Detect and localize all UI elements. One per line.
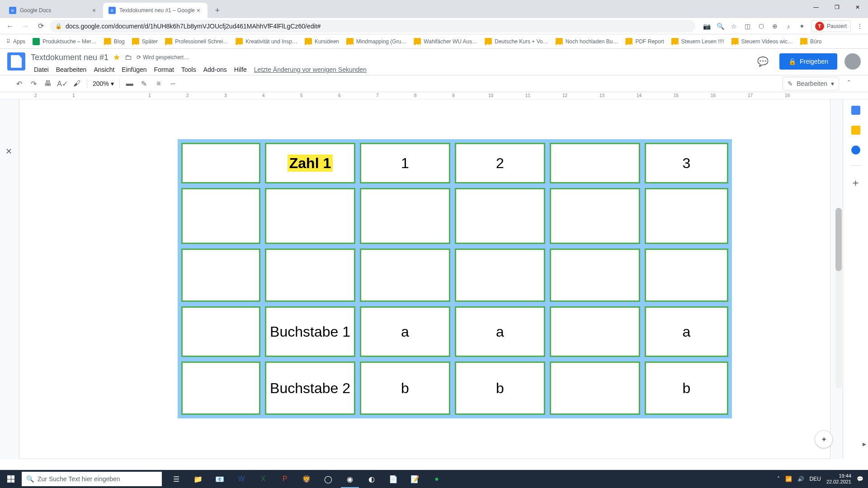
table-cell[interactable]: 2 <box>455 143 545 183</box>
border-dash-button[interactable]: ┄ <box>167 77 179 90</box>
table-cell[interactable] <box>645 249 728 302</box>
network-icon[interactable]: 📶 <box>785 476 792 482</box>
table-cell[interactable] <box>550 306 640 357</box>
comments-button[interactable]: 💬 <box>754 52 772 70</box>
table-cell[interactable] <box>181 306 260 357</box>
share-button[interactable]: 🔒 Freigeben <box>779 53 837 70</box>
table-cell[interactable] <box>550 361 640 415</box>
last-edit-link[interactable]: Letzte Änderung vor wenigen Sekunden <box>251 64 370 75</box>
music-icon[interactable]: ♪ <box>784 22 793 31</box>
table-cell[interactable] <box>181 188 260 244</box>
browser-tab[interactable]: ≡ Google Docs × <box>4 3 103 18</box>
close-icon[interactable]: × <box>195 7 202 14</box>
table-cell[interactable]: b <box>645 361 728 415</box>
collapse-toolbar-button[interactable]: ˆ <box>843 77 855 90</box>
reader-icon[interactable]: 📄 <box>382 470 404 488</box>
spotify-icon[interactable]: ● <box>426 470 448 488</box>
table-cell[interactable] <box>455 188 545 244</box>
keep-icon[interactable] <box>851 126 860 135</box>
star-icon[interactable]: ☆ <box>730 22 739 31</box>
table-cell[interactable]: 1 <box>360 143 450 183</box>
bookmark-item[interactable]: Mindmapping (Gru… <box>344 36 409 47</box>
menu-insert[interactable]: Einfügen <box>118 64 150 75</box>
window-close-button[interactable]: ✕ <box>847 0 868 14</box>
obs-icon[interactable]: ◯ <box>317 470 339 488</box>
menu-icon[interactable]: ⋮ <box>855 22 864 31</box>
bookmark-item[interactable]: Produktsuche – Mer… <box>30 36 99 47</box>
table-cell[interactable] <box>550 249 640 302</box>
extensions-icon[interactable]: ✦ <box>797 22 807 31</box>
menu-format[interactable]: Format <box>151 64 177 75</box>
outline-close-button[interactable]: ✕ <box>2 145 15 158</box>
tasks-icon[interactable] <box>851 145 860 155</box>
paint-format-button[interactable]: 🖌 <box>71 77 83 90</box>
table-cell[interactable] <box>645 188 728 244</box>
border-width-button[interactable]: ≡ <box>152 77 165 90</box>
border-color-button[interactable]: ✎ <box>138 77 151 90</box>
url-input[interactable]: 🔒 docs.google.com/document/d/1hUH8k6h7Lb… <box>50 20 695 33</box>
table-cell[interactable]: b <box>455 361 545 415</box>
fill-color-button[interactable]: ▬ <box>123 77 136 90</box>
table-cell[interactable] <box>181 361 260 415</box>
explore-button[interactable]: ✦ <box>815 430 833 448</box>
table-cell[interactable]: Buchstabe 2 <box>265 361 355 415</box>
volume-icon[interactable]: 🔊 <box>797 476 804 482</box>
bookmark-item[interactable]: PDF Report <box>623 36 666 47</box>
table-cell[interactable]: a <box>360 306 450 357</box>
menu-file[interactable]: Datei <box>31 64 52 75</box>
readlist-icon[interactable]: ◫ <box>743 22 752 31</box>
clock[interactable]: 19:44 22.02.2021 <box>826 473 851 485</box>
bookmark-item[interactable]: Kursideen <box>302 36 342 47</box>
menu-view[interactable]: Ansicht <box>90 64 118 75</box>
table-cell[interactable] <box>265 249 355 302</box>
taskbar-search-input[interactable]: 🔍 Zur Suche Text hier eingeben <box>22 472 162 486</box>
forward-button[interactable]: → <box>19 20 32 33</box>
notifications-icon[interactable]: 💬 <box>857 476 863 482</box>
table-cell[interactable]: Zahl 1 <box>265 143 355 183</box>
new-tab-button[interactable]: + <box>211 4 224 17</box>
powerpoint-icon[interactable]: P <box>274 470 296 488</box>
notepad-icon[interactable]: 📝 <box>404 470 426 488</box>
explorer-icon[interactable]: 📁 <box>187 470 209 488</box>
account-avatar[interactable] <box>844 53 861 70</box>
bookmark-item[interactable]: Professionell Schrei… <box>162 36 231 47</box>
add-addon-button[interactable]: + <box>852 177 859 189</box>
menu-edit[interactable]: Bearbeiten <box>53 64 90 75</box>
window-maximize-button[interactable]: ❐ <box>826 0 847 14</box>
table-cell[interactable]: Buchstabe 1 <box>265 306 355 357</box>
table-cell[interactable] <box>181 143 260 183</box>
bookmark-item[interactable]: Blog <box>101 36 127 47</box>
excel-icon[interactable]: X <box>252 470 274 488</box>
table-cell[interactable]: a <box>455 306 545 357</box>
bookmark-item[interactable]: Später <box>129 36 160 47</box>
back-button[interactable]: ← <box>4 20 16 33</box>
menu-addons[interactable]: Add-ons <box>200 64 230 75</box>
sidepanel-toggle-button[interactable]: ▸ <box>863 440 866 448</box>
language-indicator[interactable]: DEU <box>810 476 821 482</box>
task-view-button[interactable]: ☰ <box>165 470 187 488</box>
menu-tools[interactable]: Tools <box>178 64 199 75</box>
bookmark-item[interactable]: Steuern Videos wic… <box>729 36 796 47</box>
table-cell[interactable]: b <box>360 361 450 415</box>
bookmark-item[interactable]: Wahlfächer WU Aus… <box>411 36 480 47</box>
document-page[interactable]: Zahl 1123Buchstabe 1aaaBuchstabe 2bbb <box>19 99 830 459</box>
table-cell[interactable]: 3 <box>645 143 728 183</box>
window-minimize-button[interactable]: — <box>806 0 826 14</box>
table-cell[interactable] <box>181 249 260 302</box>
bookmark-item[interactable]: Steuern Lesen !!!! <box>669 36 727 47</box>
translate-icon[interactable]: ⊕ <box>770 22 779 31</box>
camera-icon[interactable]: 📷 <box>703 22 712 31</box>
zoom-icon[interactable]: 🔍 <box>716 22 725 31</box>
edge-icon[interactable]: ◐ <box>361 470 382 488</box>
browser-tab-active[interactable]: ≡ Textdokument neu #1 – Google × <box>103 3 208 18</box>
table-cell[interactable] <box>360 188 450 244</box>
start-button[interactable] <box>0 470 22 488</box>
editing-mode-button[interactable]: ✎ Bearbeiten ▾ <box>783 77 839 90</box>
bookmark-item[interactable]: Deutsche Kurs + Vo… <box>482 36 551 47</box>
horizontal-ruler[interactable]: 2 1 1 2 3 4 5 6 7 8 9 10 11 12 13 14 15 … <box>0 92 868 99</box>
docs-logo[interactable] <box>7 52 25 70</box>
tray-chevron-icon[interactable]: ˄ <box>777 476 780 482</box>
reload-button[interactable]: ⟳ <box>34 20 47 33</box>
redo-button[interactable]: ↷ <box>27 77 40 90</box>
table-cell[interactable]: a <box>645 306 728 357</box>
